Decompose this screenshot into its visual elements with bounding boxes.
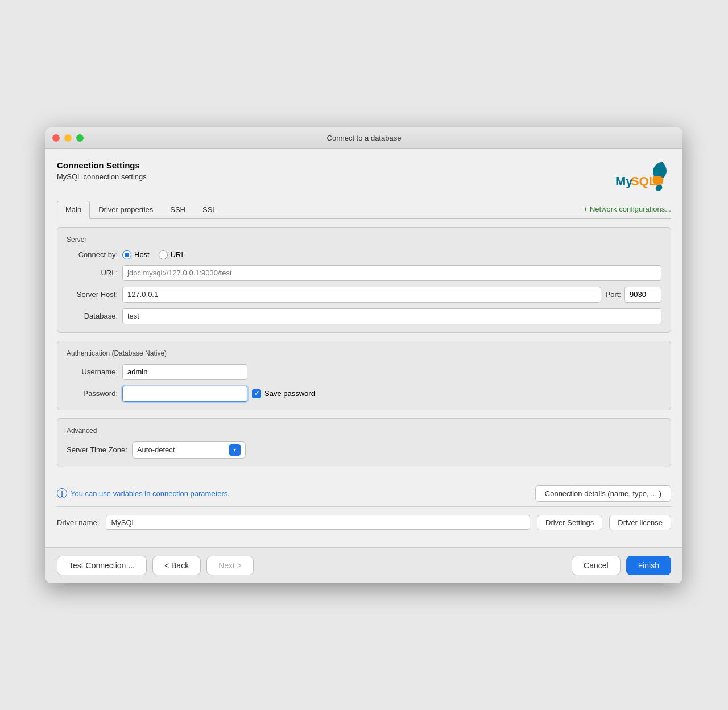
port-label: Port:	[606, 290, 621, 299]
test-connection-button[interactable]: Test Connection ...	[57, 556, 147, 575]
timezone-dropdown[interactable]: Auto-detect ▾	[132, 441, 246, 459]
minimize-button[interactable]	[64, 134, 72, 142]
info-link-text: You can use variables in connection para…	[71, 489, 230, 498]
url-label: URL:	[67, 269, 118, 277]
bottom-bar: Test Connection ... < Back Next > Cancel…	[46, 547, 682, 583]
mysql-logo-svg: My SQL ®	[615, 160, 671, 192]
cancel-button[interactable]: Cancel	[572, 556, 621, 575]
radio-url-label: URL	[171, 250, 185, 259]
connection-details-button[interactable]: Connection details (name, type, ... )	[535, 485, 671, 502]
header-row: Connection Settings MySQL connection set…	[57, 160, 671, 192]
username-label: Username:	[67, 368, 118, 376]
connection-settings-subtitle: MySQL connection settings	[57, 172, 147, 181]
database-input[interactable]	[122, 308, 661, 324]
auth-section: Authentication (Database Native) Usernam…	[57, 341, 671, 410]
server-section-title: Server	[67, 236, 661, 243]
info-row: i You can use variables in connection pa…	[57, 481, 671, 507]
mysql-logo: My SQL ®	[615, 160, 671, 192]
main-window: Connect to a database Connection Setting…	[46, 127, 682, 583]
password-input[interactable]	[122, 386, 247, 402]
maximize-button[interactable]	[76, 134, 84, 142]
driver-name-input[interactable]	[106, 515, 530, 530]
header-section: Connection Settings MySQL connection set…	[46, 149, 682, 219]
footer-area: i You can use variables in connection pa…	[46, 475, 682, 547]
advanced-section-title: Advanced	[67, 427, 661, 435]
window-title: Connect to a database	[327, 134, 402, 142]
svg-text:®: ®	[659, 175, 664, 183]
server-host-label: Server Host:	[67, 290, 118, 299]
save-password-label: Save password	[264, 389, 315, 398]
tabs-bar: Main Driver properties SSH SSL + Network…	[57, 201, 671, 219]
connection-settings-title: Connection Settings	[57, 160, 147, 170]
connect-by-radio-group: Host URL	[122, 250, 185, 259]
timezone-label: Server Time Zone:	[67, 445, 127, 454]
server-section: Server Connect by: Host URL URL:	[57, 227, 671, 333]
main-content: Server Connect by: Host URL URL:	[46, 227, 682, 467]
server-host-input[interactable]	[122, 287, 601, 303]
port-input[interactable]	[624, 287, 661, 303]
finish-button[interactable]: Finish	[626, 556, 671, 575]
advanced-section: Advanced Server Time Zone: Auto-detect ▾	[57, 418, 671, 467]
driver-settings-button[interactable]: Driver Settings	[537, 515, 602, 530]
password-label: Password:	[67, 389, 118, 398]
database-label: Database:	[67, 312, 118, 320]
database-row: Database:	[67, 308, 661, 324]
password-row: Password: Save password	[67, 386, 661, 402]
username-row: Username:	[67, 364, 661, 380]
timezone-row: Server Time Zone: Auto-detect ▾	[67, 441, 661, 459]
save-password-checkbox[interactable]	[252, 389, 261, 398]
tab-ssh[interactable]: SSH	[162, 201, 194, 218]
driver-name-label: Driver name:	[57, 518, 99, 527]
connect-by-row: Connect by: Host URL	[67, 250, 661, 259]
radio-url[interactable]: URL	[159, 250, 185, 259]
header-left: Connection Settings MySQL connection set…	[57, 160, 147, 181]
tab-driver-properties[interactable]: Driver properties	[90, 201, 162, 218]
username-input[interactable]	[122, 364, 247, 380]
driver-license-button[interactable]: Driver license	[609, 515, 671, 530]
port-group: Port:	[606, 287, 661, 303]
timezone-value: Auto-detect	[137, 445, 226, 454]
next-button[interactable]: Next >	[206, 556, 254, 575]
variables-info-link[interactable]: i You can use variables in connection pa…	[57, 488, 230, 498]
dropdown-arrow-icon: ▾	[229, 444, 241, 456]
titlebar: Connect to a database	[46, 127, 682, 149]
network-configurations-link[interactable]: + Network configurations...	[584, 205, 671, 213]
radio-host[interactable]: Host	[122, 250, 150, 259]
save-password-group[interactable]: Save password	[252, 389, 315, 398]
url-input[interactable]	[122, 265, 661, 281]
radio-host-label: Host	[134, 250, 150, 259]
info-icon: i	[57, 488, 67, 498]
window-controls	[52, 134, 84, 142]
driver-row: Driver name: Driver Settings Driver lice…	[57, 515, 671, 530]
radio-host-circle[interactable]	[122, 250, 131, 259]
back-button[interactable]: < Back	[152, 556, 201, 575]
server-host-row: Server Host: Port:	[67, 287, 661, 303]
url-row: URL:	[67, 265, 661, 281]
tab-main[interactable]: Main	[57, 201, 90, 219]
connect-by-label: Connect by:	[67, 250, 118, 259]
tab-ssl[interactable]: SSL	[194, 201, 225, 218]
close-button[interactable]	[52, 134, 60, 142]
svg-text:SQL: SQL	[631, 174, 656, 188]
auth-section-title: Authentication (Database Native)	[67, 349, 661, 357]
radio-url-circle[interactable]	[159, 250, 168, 259]
